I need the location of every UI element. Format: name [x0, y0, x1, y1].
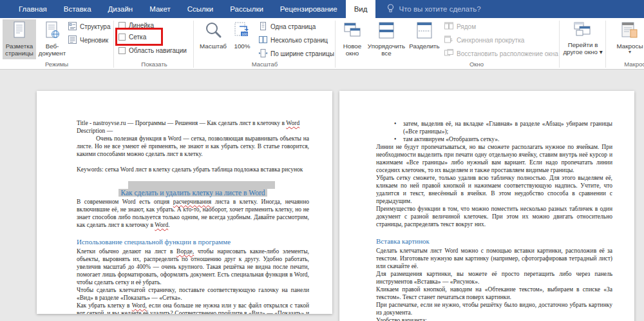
view-side-by-side-label: Рядом: [457, 23, 476, 30]
spellcheck-word: Ворде,: [176, 248, 194, 255]
macros-icon: [620, 21, 639, 41]
page-width-button[interactable]: По ширине страницы: [259, 49, 334, 59]
tab-home[interactable]: Главная: [10, 0, 55, 18]
sync-scroll-button: Синхронная прокрутка: [444, 35, 524, 44]
print-layout-button[interactable]: Разметка страницы: [3, 19, 36, 59]
keywords-line: Keywords: сетка Word лист в клетку сдела…: [77, 166, 309, 173]
doc-heading-1: Как сделать и удалить клетку на листе в …: [77, 189, 309, 197]
macros-button[interactable]: Макросы ▾: [611, 19, 644, 59]
group-divider: [335, 21, 336, 68]
tell-me-label: Что вы хотите сделать?: [399, 5, 480, 13]
arrange-all-button[interactable]: Упорядочить все: [366, 19, 407, 59]
draft-view-button[interactable]: Черновик: [68, 35, 108, 45]
tab-mailings[interactable]: Рассылки: [222, 0, 272, 18]
paragraph: Преимущество функции в том, что можно по…: [376, 205, 612, 228]
zoom-100-button[interactable]: 100 100%: [229, 19, 255, 59]
word-window: Главная Вставка Дизайн Макет Ссылки Расс…: [0, 0, 644, 321]
ribbon-tab-bar: Главная Вставка Дизайн Макет Ссылки Расс…: [0, 0, 644, 18]
selection-highlight: [128, 181, 275, 189]
web-layout-label: Веб-документ: [37, 43, 67, 57]
tell-me-search[interactable]: Что вы хотите сделать?: [375, 0, 480, 18]
paragraph: Чтобы сделать клетчатой страничку, поста…: [77, 286, 309, 302]
reset-window-position-icon: [444, 49, 453, 58]
split-button[interactable]: Разделить: [408, 19, 440, 59]
paragraph: При распечатке, если не нужно, чтобы реш…: [376, 301, 612, 316]
tab-design[interactable]: Дизайн: [100, 0, 142, 18]
split-label: Разделить: [409, 43, 439, 50]
window-group-label: Окно: [399, 61, 554, 68]
zoom-magnifier-icon: [204, 21, 222, 41]
sync-scroll-icon: [444, 35, 453, 44]
macros-dropdown-icon: ▾: [629, 50, 631, 55]
lightbulb-icon: [387, 4, 394, 14]
group-divider: [605, 21, 606, 68]
tab-review[interactable]: Рецензирование: [272, 0, 346, 18]
switch-windows-icon: [573, 21, 592, 39]
title-line: Title - nastroyvse.ru — Программы — Реше…: [77, 119, 309, 127]
one-page-icon: [259, 22, 267, 32]
new-window-button[interactable]: Новое окно: [337, 19, 367, 59]
tab-insert[interactable]: Вставка: [55, 0, 100, 18]
zoom-100-icon: 100: [233, 21, 251, 41]
draft-view-label: Черновик: [80, 37, 108, 44]
arrange-all-label: Упорядочить все: [366, 43, 407, 57]
web-layout-icon: [44, 21, 60, 41]
navigation-pane-label: Область навигации: [129, 47, 187, 54]
paragraph: В современном Word есть опция расчерчива…: [77, 198, 309, 229]
spellcheck-word: Word: [286, 120, 299, 126]
new-window-label: Новое окно: [337, 43, 367, 57]
multiple-pages-button[interactable]: Несколько страниц: [259, 35, 328, 45]
one-page-button[interactable]: Одна страница: [259, 22, 316, 32]
svg-text:100: 100: [242, 32, 247, 36]
paragraph: Удобство варианта:: [376, 316, 612, 321]
spellcheck-word: расчерчивания: [173, 199, 211, 205]
outline-view-icon: [68, 22, 77, 32]
zoom-100-label: 100%: [234, 43, 250, 50]
group-divider: [193, 21, 194, 68]
bullet-item: там активируем «Отобразить сетку».: [376, 135, 612, 143]
intro-paragraph: Очень полезная функция в Word — сетка, п…: [77, 135, 309, 158]
paragraph: Клетки обычно делают на лист в Ворде, чт…: [77, 248, 309, 286]
tab-view[interactable]: Вид: [346, 0, 376, 18]
description-line: Description —: [77, 127, 309, 135]
one-page-label: Одна страница: [270, 23, 316, 30]
arrange-all-icon: [377, 21, 395, 41]
document-page-2[interactable]: затем, выделив её, на вкладке «Главная» …: [339, 91, 634, 321]
zoom-button[interactable]: Масштаб: [198, 19, 228, 59]
doc-heading-2: Вставка картинок: [376, 237, 612, 245]
switch-windows-label: Перейти в другое окно ▾: [562, 41, 604, 55]
multiple-pages-icon: [259, 35, 267, 45]
tab-references[interactable]: Ссылки: [179, 0, 222, 18]
paragraph: Как убрать клетку в Word, если она больш…: [77, 302, 309, 314]
navigation-pane-checkbox-box[interactable]: [118, 47, 126, 54]
split-icon: [415, 21, 433, 41]
group-divider: [559, 21, 560, 68]
switch-windows-button[interactable]: Перейти в другое окно ▾: [562, 19, 604, 59]
outline-view-button[interactable]: Структура: [68, 22, 110, 32]
web-layout-button[interactable]: Веб-документ: [37, 19, 67, 59]
group-divider: [113, 21, 114, 68]
spellcheck-word: Word,: [132, 302, 147, 309]
ribbon: Разметка страницы Веб-документ Структура…: [0, 18, 644, 70]
bullet-item: затем, выделив её, на вкладке «Главная» …: [376, 120, 612, 135]
navigation-pane-checkbox[interactable]: Область навигации: [118, 47, 187, 54]
print-layout-label: Разметка страницы: [3, 43, 36, 57]
paragraph: Для размещения картинки, вы можете её пр…: [376, 270, 612, 286]
draft-view-icon: [68, 35, 77, 45]
paragraph: Убрать сетку сможете, только удалив всю …: [376, 174, 612, 205]
sync-scroll-label: Синхронная прокрутка: [457, 37, 524, 44]
page-width-label: По ширине страницы: [270, 50, 334, 57]
paragraph: Линии не будут пропечатываться, но вы см…: [376, 143, 612, 174]
modes-group-label: Режимы: [0, 61, 113, 68]
page-width-icon: [259, 49, 267, 59]
view-side-by-side-icon: [444, 22, 453, 31]
show-group-label: Показать: [115, 61, 193, 68]
print-layout-icon: [12, 21, 27, 41]
grid-highlight-annotation: [115, 28, 163, 46]
zoom-group-label: Масштаб: [194, 61, 335, 68]
document-area: Title - nastroyvse.ru — Программы — Реше…: [0, 70, 644, 321]
doc-heading-2: Использование специальной функции в прог…: [77, 238, 309, 246]
outline-view-label: Структура: [80, 23, 110, 30]
document-page-1[interactable]: Title - nastroyvse.ru — Программы — Реше…: [37, 91, 332, 314]
tab-layout[interactable]: Макет: [141, 0, 179, 18]
